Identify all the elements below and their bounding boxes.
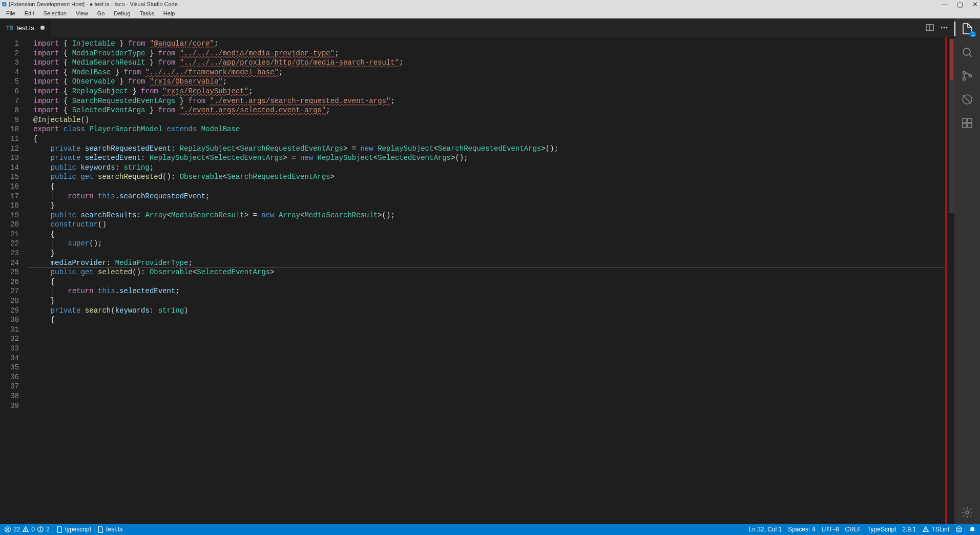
lang-mode-text: typescript — [65, 526, 91, 533]
lang-file-icon-2 — [97, 526, 104, 533]
code-line[interactable]: import { ReplaySubject } from "rxjs/Repl… — [28, 87, 945, 96]
menu-file[interactable]: File — [2, 9, 19, 17]
warning-count: 0 — [31, 526, 35, 533]
code-line[interactable]: private searchRequestedEvent: ReplaySubj… — [28, 144, 945, 154]
code-editor[interactable]: 1234567891011121314151617181920212223242… — [0, 37, 954, 524]
code-line[interactable]: │ return this.selectedEvent; — [28, 286, 945, 296]
svg-line-11 — [963, 95, 971, 104]
code-line[interactable]: public keywords: string; — [28, 163, 945, 173]
dirty-indicator-icon — [40, 26, 45, 30]
code-line[interactable]: import { MediaProviderType } from "../..… — [28, 49, 945, 58]
tab-test-ts[interactable]: TS test.ts — [0, 18, 51, 37]
code-line[interactable]: import { Observable } from "rxjs/Observa… — [28, 77, 945, 87]
code-line[interactable]: } — [28, 296, 945, 306]
svg-point-8 — [963, 78, 966, 80]
svg-point-16 — [966, 511, 969, 514]
menu-go[interactable]: Go — [93, 9, 109, 17]
warning-icon — [22, 526, 29, 533]
status-language-mode[interactable]: typescript | test.ts — [56, 526, 123, 533]
code-line[interactable]: { — [28, 182, 945, 192]
code-line[interactable]: │ return this.searchRequestedEvent; — [28, 192, 945, 201]
split-editor-icon[interactable] — [926, 24, 934, 32]
window-title: [Extension Development Host] - ● test.ts… — [9, 1, 178, 7]
code-line[interactable]: import { Injectable } from "@angular/cor… — [28, 39, 945, 49]
svg-point-26 — [926, 530, 926, 531]
explorer-icon[interactable]: 1 — [961, 23, 973, 35]
status-cursor[interactable]: Ln 32, Col 1 — [748, 526, 782, 533]
overview-ruler[interactable] — [947, 37, 954, 524]
code-line[interactable]: │ super(); — [28, 239, 945, 249]
svg-point-28 — [958, 528, 958, 529]
status-sep: | — [93, 526, 95, 533]
source-control-icon[interactable] — [961, 70, 973, 82]
search-icon[interactable] — [961, 46, 973, 58]
status-spaces[interactable]: Spaces: 4 — [788, 526, 815, 533]
svg-rect-14 — [963, 124, 967, 128]
code-line[interactable]: @Injectable() — [28, 115, 945, 125]
extensions-icon[interactable] — [961, 117, 973, 129]
code-line[interactable]: { — [28, 230, 945, 239]
line-number-gutter: 1234567891011121314151617181920212223242… — [0, 37, 28, 524]
status-encoding[interactable]: UTF-8 — [822, 526, 839, 533]
typescript-icon: TS — [6, 25, 13, 31]
tabs-row: TS test.ts — [0, 18, 954, 37]
info-count: 2 — [46, 526, 50, 533]
code-content[interactable]: import { Injectable } from "@angular/cor… — [28, 37, 945, 524]
tab-label: test.ts — [16, 24, 34, 32]
vscode-icon: ⧉ — [2, 1, 7, 8]
svg-point-2 — [941, 27, 943, 29]
status-feedback-icon[interactable] — [955, 526, 963, 533]
code-line[interactable]: mediaProvider: MediaProviderType; — [28, 258, 945, 268]
close-button[interactable]: ✕ — [972, 1, 978, 8]
status-tsversion[interactable]: 2.9.1 — [903, 526, 916, 533]
maximize-button[interactable]: ▢ — [957, 1, 963, 8]
svg-point-21 — [26, 530, 26, 531]
code-line[interactable]: import { MediaSearchResult } from "../..… — [28, 58, 945, 68]
menu-help[interactable]: Help — [159, 9, 179, 17]
code-line[interactable]: public get selected(): Observable<Select… — [28, 268, 945, 277]
activity-bar: 1 — [954, 18, 980, 524]
menubar: File Edit Selection View Go Debug Tasks … — [0, 8, 980, 18]
svg-rect-15 — [968, 124, 972, 128]
code-line[interactable]: } — [28, 249, 945, 258]
error-count: 22 — [13, 526, 20, 533]
code-line[interactable]: { — [28, 277, 945, 287]
settings-gear-icon[interactable] — [961, 506, 973, 519]
status-eol[interactable]: CRLF — [845, 526, 861, 533]
code-line[interactable]: import { SearchRequestedEventArgs } from… — [28, 96, 945, 106]
lang-file-icon — [56, 526, 63, 533]
code-line[interactable]: export class PlayerSearchModel extends M… — [28, 125, 945, 134]
debug-icon[interactable] — [961, 93, 973, 106]
titlebar: ⧉ [Extension Development Host] - ● test.… — [0, 0, 980, 8]
menu-view[interactable]: View — [72, 9, 92, 17]
scrollbar-thumb[interactable] — [949, 39, 954, 213]
code-line[interactable]: constructor() — [28, 220, 945, 230]
code-line[interactable]: { — [28, 315, 945, 325]
menu-debug[interactable]: Debug — [110, 9, 134, 17]
svg-point-3 — [944, 27, 945, 29]
minimize-button[interactable]: — — [941, 1, 948, 8]
svg-point-7 — [963, 72, 966, 74]
code-line[interactable]: } — [28, 201, 945, 211]
file-name: test.ts — [106, 526, 122, 533]
status-problems[interactable]: 22 0 2 — [4, 526, 50, 533]
code-line[interactable]: private search(keywords: string) — [28, 306, 945, 316]
info-icon — [37, 526, 44, 533]
status-language[interactable]: TypeScript — [867, 526, 896, 533]
svg-point-4 — [946, 27, 948, 29]
code-line[interactable]: private selectedEvent: ReplaySubject<Sel… — [28, 153, 945, 163]
status-tslint[interactable]: TSLint — [922, 526, 949, 533]
menu-edit[interactable]: Edit — [20, 9, 38, 17]
menu-tasks[interactable]: Tasks — [136, 9, 158, 17]
svg-rect-13 — [968, 118, 972, 122]
code-line[interactable]: import { ModelBase } from "../../../fram… — [28, 68, 945, 77]
menu-selection[interactable]: Selection — [39, 9, 71, 17]
code-line[interactable]: public get searchRequested(): Observable… — [28, 172, 945, 182]
status-bell-icon[interactable] — [969, 526, 976, 533]
svg-rect-12 — [963, 118, 967, 122]
more-actions-icon[interactable] — [940, 24, 948, 32]
svg-point-24 — [40, 528, 41, 528]
code-line[interactable]: { — [28, 134, 945, 144]
code-line[interactable]: public searchResults: Array<MediaSearchR… — [28, 211, 945, 220]
code-line[interactable]: import { SelectedEventArgs } from "./eve… — [28, 106, 945, 115]
